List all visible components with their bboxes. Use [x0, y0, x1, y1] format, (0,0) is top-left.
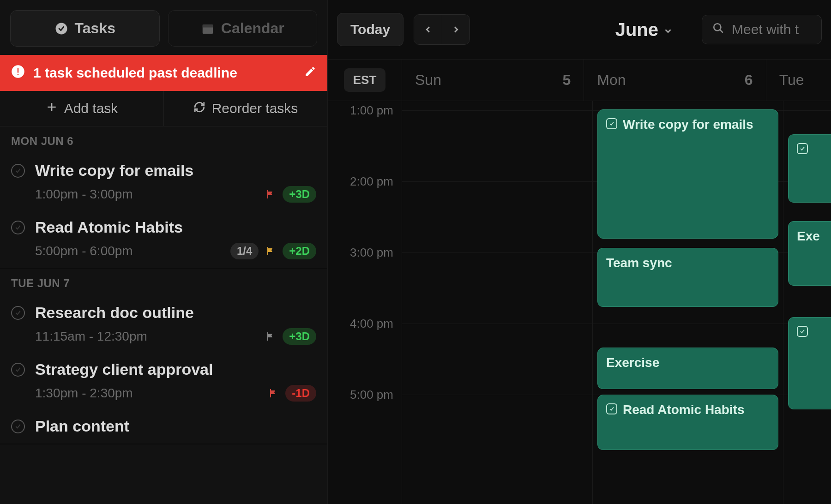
alert-text: 1 task scheduled past deadline [33, 65, 237, 81]
task-time: 1:30pm - 2:30pm [35, 386, 261, 401]
event-checkbox[interactable] [797, 143, 808, 154]
tab-tasks[interactable]: Tasks [10, 10, 160, 47]
event-checkbox[interactable] [797, 326, 808, 337]
svg-rect-2 [203, 24, 213, 27]
flag-icon [265, 189, 276, 200]
day-column-sun[interactable] [402, 101, 592, 504]
event-title: Exe [797, 228, 820, 244]
svg-rect-4 [18, 68, 19, 72]
day-number: 5 [563, 72, 571, 89]
calendar-toolbar: Today June [328, 0, 831, 59]
day-name: Tue [779, 72, 804, 89]
event-title: Team sync [606, 255, 672, 271]
svg-point-6 [714, 24, 721, 30]
day-header-sun: Sun 5 [402, 60, 584, 101]
reorder-label: Reorder tasks [212, 101, 298, 116]
reorder-icon [193, 101, 205, 116]
task-item[interactable]: Plan content [0, 410, 327, 444]
calendar-grid[interactable]: 1:00 pm2:00 pm3:00 pm4:00 pm5:00 pm Writ… [328, 101, 831, 504]
calendar-event[interactable] [788, 317, 831, 409]
add-task-label: Add task [64, 101, 118, 116]
panel-tabs: Tasks Calendar [0, 0, 327, 55]
day-name: Mon [597, 72, 626, 89]
flag-icon [265, 246, 276, 257]
delta-pill: +2D [283, 243, 316, 259]
flag-icon [265, 331, 276, 342]
task-item[interactable]: Strategy client approval 1:30pm - 2:30pm… [0, 353, 327, 410]
svg-rect-5 [18, 74, 19, 75]
task-item[interactable]: Read Atomic Habits 5:00pm - 6:00pm 1/4+2… [0, 211, 327, 268]
event-title: Read Atomic Habits [623, 402, 744, 418]
tab-calendar-label: Calendar [221, 20, 284, 37]
edit-icon[interactable] [304, 65, 316, 81]
task-checkbox[interactable] [11, 420, 25, 433]
calendar-event[interactable]: Exe [788, 221, 831, 286]
task-panel: Tasks Calendar 1 task scheduled past dea… [0, 0, 328, 504]
progress-pill: 1/4 [230, 243, 259, 259]
event-checkbox[interactable] [606, 118, 617, 129]
calendar-day-header: EST Sun 5 Mon 6 Tue [328, 59, 831, 101]
task-item[interactable]: Write copy for emails 1:00pm - 3:00pm +3… [0, 154, 327, 211]
calendar-event[interactable]: Team sync [597, 248, 778, 307]
delta-pill: +3D [283, 186, 316, 203]
calendar-event[interactable]: Read Atomic Habits [597, 395, 778, 450]
time-label: 2:00 pm [350, 174, 393, 189]
day-name: Sun [415, 72, 441, 89]
task-day-header: MON JUN 6 [0, 126, 327, 154]
task-item[interactable]: Research doc outline 11:15am - 12:30pm +… [0, 296, 327, 353]
task-time: 11:15am - 12:30pm [35, 329, 259, 344]
reorder-button[interactable]: Reorder tasks [163, 91, 327, 126]
event-title: Write copy for emails [623, 116, 753, 132]
task-time: 5:00pm - 6:00pm [35, 244, 224, 258]
task-checkbox[interactable] [11, 221, 25, 234]
month-picker[interactable]: June [615, 19, 673, 40]
task-checkbox[interactable] [11, 306, 25, 320]
calendar-event[interactable] [788, 134, 831, 203]
task-title: Write copy for emails [35, 162, 193, 180]
day-column-tue[interactable]: Exe [783, 101, 831, 504]
nav-arrows [414, 14, 470, 45]
today-button[interactable]: Today [337, 13, 403, 46]
delta-pill: +3D [283, 328, 316, 345]
alert-icon [11, 65, 25, 82]
search-icon [712, 22, 724, 37]
task-checkbox[interactable] [11, 164, 25, 178]
day-header-mon: Mon 6 [584, 60, 765, 101]
delta-pill: -1D [285, 385, 316, 402]
svg-point-0 [55, 23, 67, 34]
time-label: 4:00 pm [350, 317, 393, 331]
task-title: Read Atomic Habits [35, 218, 183, 236]
task-title: Research doc outline [35, 304, 194, 322]
time-label: 1:00 pm [350, 103, 393, 118]
deadline-alert[interactable]: 1 task scheduled past deadline [0, 55, 327, 91]
time-label: 5:00 pm [350, 388, 393, 402]
day-number: 6 [745, 72, 753, 89]
task-title: Strategy client approval [35, 360, 213, 378]
task-time: 1:00pm - 3:00pm [35, 187, 259, 202]
calendar-event[interactable]: Write copy for emails [597, 109, 778, 239]
calendar-panel: Today June EST Sun 5 [328, 0, 831, 504]
timezone-label: EST [344, 68, 386, 92]
flag-icon [268, 388, 279, 399]
plus-icon [46, 101, 58, 116]
day-header-tue: Tue [766, 60, 831, 101]
search-input[interactable] [732, 22, 811, 37]
add-task-button[interactable]: Add task [0, 91, 163, 126]
day-column-mon[interactable]: Write copy for emailsTeam syncExerciseRe… [592, 101, 783, 504]
prev-button[interactable] [414, 15, 442, 44]
task-list: MON JUN 6 Write copy for emails 1:00pm -… [0, 126, 327, 444]
event-checkbox[interactable] [606, 403, 617, 414]
calendar-icon [201, 22, 215, 36]
timezone-chip[interactable]: EST [328, 60, 402, 101]
next-button[interactable] [442, 15, 470, 44]
chevron-down-icon [663, 19, 673, 40]
task-day-header: TUE JUN 7 [0, 269, 327, 296]
tab-calendar[interactable]: Calendar [168, 10, 318, 47]
today-label: Today [350, 22, 390, 37]
task-checkbox[interactable] [11, 363, 25, 377]
tab-tasks-label: Tasks [75, 20, 115, 37]
task-actions: Add task Reorder tasks [0, 91, 327, 126]
calendar-event[interactable]: Exercise [597, 348, 778, 389]
month-label: June [615, 19, 658, 40]
search-box[interactable] [702, 15, 822, 44]
